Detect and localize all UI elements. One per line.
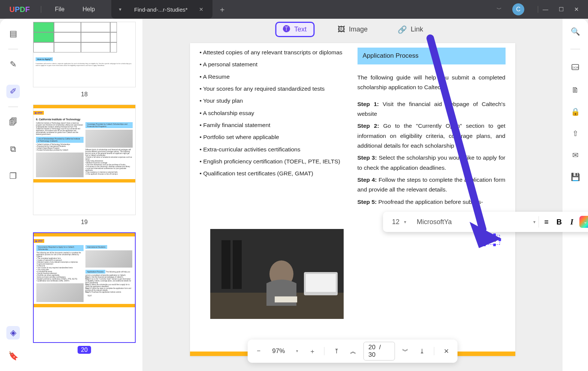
share-icon[interactable]: ⇧ [572, 129, 579, 138]
svg-rect-7 [275, 296, 297, 302]
protect-icon[interactable]: 🔒 [571, 107, 580, 116]
edit-image-button[interactable]: 🖼 Image [331, 23, 374, 36]
image-icon: 🖼 [338, 25, 345, 34]
titlebar-chevron-icon[interactable]: ﹀ [497, 6, 502, 13]
thumbnail-number-18: 18 [33, 91, 136, 98]
app-logo: UPDF [9, 5, 30, 14]
first-page-button[interactable]: ⤒ [331, 345, 343, 358]
bullet-item: • Portfolio set where applicable [200, 132, 348, 142]
font-family-field[interactable]: MicrosoftYa [413, 216, 530, 228]
right-tool-rail: 🔍 OCR 🗎 🔒 ⇧ ✉ 💾 [563, 19, 588, 371]
application-process-heading: Application Process [358, 48, 506, 64]
ocr-icon[interactable]: OCR [571, 62, 580, 73]
svg-text:OCR: OCR [572, 66, 579, 69]
bullet-item: • A scholarship essay [200, 108, 348, 118]
thumbnail-panel: How to Apply? Candidates will need to su… [26, 19, 142, 371]
tab-dropdown-icon[interactable]: ▼ [118, 7, 122, 12]
text-color-icon[interactable]: ⌄ [579, 216, 588, 228]
reader-tool-icon[interactable]: ▤ [6, 27, 20, 40]
thumbnail-page-19[interactable]: ▣ UPDF 6. California Institute of Techno… [33, 105, 136, 215]
link-icon: 🔗 [398, 25, 407, 34]
thumbnail-page-18[interactable]: How to Apply? Candidates will need to su… [33, 22, 136, 87]
email-icon[interactable]: ✉ [572, 151, 579, 160]
thumbnail-page-20[interactable]: ▣ UPDF Documents Required to Apply for a… [33, 232, 136, 343]
bullet-item: • Qualification test certificates (GRE, … [200, 169, 348, 178]
step-item: Step 4: Follow the steps to complete the… [358, 175, 506, 195]
next-page-button[interactable]: ︾ [399, 345, 411, 358]
bold-icon[interactable]: B [554, 218, 564, 226]
layers-icon[interactable]: ◈ [6, 326, 20, 340]
svg-rect-8 [221, 240, 230, 289]
edit-mode-bar: 🅣 Text 🖼 Image 🔗 Link [275, 22, 430, 37]
text-icon: 🅣 [283, 25, 290, 34]
svg-rect-5 [306, 274, 336, 292]
window-minimize-button[interactable]: — [543, 6, 548, 13]
search-icon[interactable]: 🔍 [571, 27, 580, 36]
font-family-dropdown-icon[interactable]: ▼ [533, 220, 536, 224]
bullet-item: • Attested copies of any relevant transc… [200, 48, 348, 57]
bullet-item: • Your scores for any required standardi… [200, 84, 348, 94]
title-bar: UPDF File Help ▼ Find-and-...r-Studies* … [0, 0, 588, 19]
pages-tool-icon[interactable]: 🗐 [6, 115, 20, 129]
page-navigation-bar: − 97% ▼ ＋ ⤒ ︽ 20 / 30 ︾ ⤓ ✕ [247, 340, 458, 363]
zoom-out-button[interactable]: − [253, 345, 265, 358]
app-intro-text: The following guide will help you submit… [358, 73, 506, 93]
menu-file[interactable]: File [46, 6, 73, 13]
bullet-item: • English proficiency certification (TOE… [200, 157, 348, 166]
save-icon[interactable]: 💾 [571, 172, 580, 181]
prev-page-button[interactable]: ︽ [347, 345, 359, 358]
bullet-item: • A Resume [200, 72, 348, 82]
zoom-value: 97% [269, 347, 288, 355]
user-avatar[interactable]: C [512, 3, 524, 15]
step-item: Step 5: Proofread the application before… [358, 197, 506, 207]
new-tab-button[interactable]: ＋ [212, 0, 232, 19]
step-item: Step 3: Select the scholarship you would… [358, 153, 506, 173]
edit-link-button[interactable]: 🔗 Link [391, 23, 430, 36]
svg-rect-9 [233, 240, 242, 289]
window-maximize-button[interactable]: ☐ [559, 6, 564, 13]
close-nav-button[interactable]: ✕ [440, 345, 452, 358]
step-item: Step 1: Visit the financial aid webpage … [358, 99, 506, 119]
text-insert-input[interactable] [481, 236, 498, 244]
zoom-dropdown-icon[interactable]: ▼ [292, 349, 302, 353]
document-tab[interactable]: ▼ Find-and-...r-Studies* ✕ [111, 0, 212, 19]
thumbnail-number-19: 19 [33, 219, 136, 226]
left-column: • Attested copies of any relevant transc… [200, 48, 348, 209]
highlight-tool-icon[interactable]: ✎ [6, 58, 20, 71]
bullet-item: • Family financial statement [200, 120, 348, 130]
bullet-item: • Extra-curricular activities certificat… [200, 145, 348, 154]
tab-close-icon[interactable]: ✕ [197, 6, 206, 13]
italic-icon[interactable]: I [567, 218, 577, 226]
left-tool-rail: ▤ ✎ ✐ 🗐 ⧉ ❐ ◈ 🔖 [0, 19, 26, 371]
bullet-item: • Your study plan [200, 96, 348, 106]
edit-tool-icon[interactable]: ✐ [6, 85, 20, 98]
page-number-field[interactable]: 20 / 30 [364, 342, 395, 361]
text-format-toolbar: 12▼ MicrosoftYa ▼ ≡ B I ⌄ [383, 212, 588, 232]
right-column: Application Process The following guide … [358, 48, 506, 209]
edit-text-button[interactable]: 🅣 Text [275, 22, 314, 37]
window-close-button[interactable]: ✕ [574, 6, 579, 13]
text-insert-box[interactable] [479, 235, 500, 245]
thumbnail-number-20: 20 [33, 347, 136, 353]
font-size-dropdown-icon[interactable]: ▼ [403, 220, 407, 224]
tab-title: Find-and-...r-Studies* [134, 6, 188, 13]
step-item: Step 2: Go to the "Currently Open" secti… [358, 121, 506, 151]
bookmark-icon[interactable]: 🔖 [6, 349, 20, 363]
page-image [210, 229, 344, 319]
zoom-in-button[interactable]: ＋ [306, 345, 318, 358]
align-left-icon[interactable]: ≡ [541, 218, 552, 226]
pdf-page[interactable]: • Attested copies of any relevant transc… [190, 43, 515, 356]
last-page-button[interactable]: ⤓ [416, 345, 428, 358]
font-size-field[interactable]: 12▼ [388, 216, 411, 228]
convert-icon[interactable]: 🗎 [572, 86, 579, 94]
document-area: 🅣 Text 🖼 Image 🔗 Link • Attested copies … [142, 19, 563, 371]
menu-help[interactable]: Help [73, 6, 104, 13]
bullet-item: • A personal statement [200, 60, 348, 69]
crop-tool-icon[interactable]: ⧉ [6, 142, 20, 156]
batch-tool-icon[interactable]: ❐ [6, 169, 20, 183]
